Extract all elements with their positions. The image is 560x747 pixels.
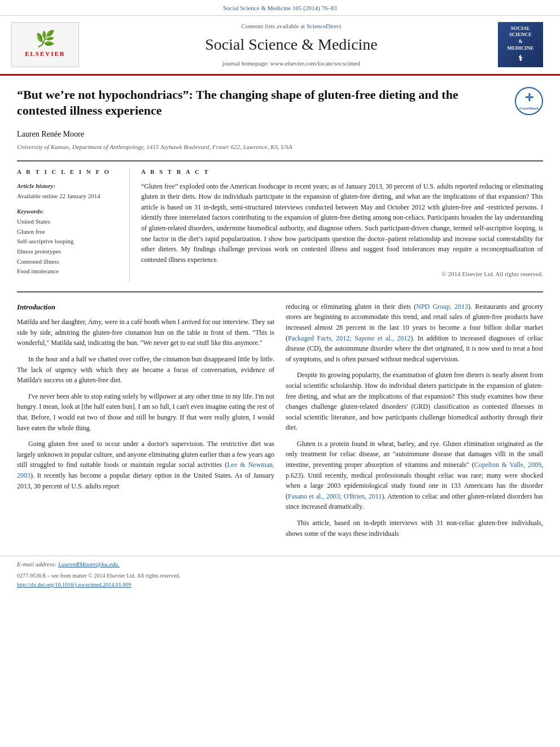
journal-ref-text: Social Science & Medicine 105 (2014) 76–… xyxy=(223,5,337,11)
abstract-column: A B S T R A C T “Gluten free” exploded o… xyxy=(141,167,543,282)
article-title: “But we’re not hypochondriacs”: The chan… xyxy=(17,87,506,119)
left-column: Introduction Matilda and her daughter, A… xyxy=(17,302,274,544)
right-logo-line3: & xyxy=(518,38,523,45)
journal-title: Social Science & Medicine xyxy=(90,33,492,56)
left-para-2: In the hour and a half we chatted over c… xyxy=(17,354,274,386)
ref-fasano[interactable]: Fasano et al., 2003; O'Brien, 2011 xyxy=(288,492,382,500)
keywords-list: United States Gluten free Self-ascriptiv… xyxy=(17,217,121,277)
doi-link[interactable]: http://dx.doi.org/10.1016/j.socscimed.20… xyxy=(17,582,131,588)
journal-header: 🌿 ELSEVIER Contents lists available at S… xyxy=(0,16,560,76)
keyword-4: Illness prototypes xyxy=(17,247,121,257)
crossmark-label: CrossMark xyxy=(519,106,539,112)
footer-doi: http://dx.doi.org/10.1016/j.socscimed.20… xyxy=(17,580,543,589)
ref-copelton[interactable]: Copelton & Valle, 2009 xyxy=(474,461,541,469)
section-divider xyxy=(17,291,543,292)
right-logo-line1: SOCIAL xyxy=(511,25,531,32)
copyright-line: © 2014 Elsevier Ltd. All rights reserved… xyxy=(141,269,543,279)
keyword-3: Self-ascriptive looping xyxy=(17,237,121,247)
right-column: reducing or eliminating gluten in their … xyxy=(286,302,543,544)
history-value: Available online 22 January 2014 xyxy=(17,191,121,201)
crossmark-cross-icon: ✛ xyxy=(525,90,533,106)
keyword-1: United States xyxy=(17,217,121,227)
footer-bottom: 0277-9536/$ – see front matter © 2014 El… xyxy=(17,571,543,580)
history-label: Article history: xyxy=(17,181,121,191)
ref-packaged-facts[interactable]: Packaged Facts, 2012; Sapone et al., 201… xyxy=(288,334,410,342)
article-info-abstract-row: A R T I C L E I N F O Article history: A… xyxy=(17,160,543,282)
right-logo-line4: MEDICINE xyxy=(507,45,533,52)
keyword-5: Contested illness xyxy=(17,257,121,267)
footer-issn: 0277-9536/$ – see front matter © 2014 El… xyxy=(17,571,180,580)
journal-homepage: journal homepage: www.elsevier.com/locat… xyxy=(90,59,492,68)
right-para-2: Despite its growing popularity, the exam… xyxy=(286,370,543,433)
author-affiliation: University of Kansas, Department of Anth… xyxy=(17,142,543,152)
right-para-3: Gluten is a protein found in wheat, barl… xyxy=(286,439,543,512)
elsevier-logo-box: 🌿 ELSEVIER xyxy=(11,22,79,67)
keywords-label: Keywords: xyxy=(17,207,121,216)
journal-logo-right: SOCIAL SCIENCE & MEDICINE ⚕ xyxy=(492,22,549,67)
sciencedirect-link[interactable]: ScienceDirect xyxy=(307,23,342,29)
right-para-4: This article, based on in-depth intervie… xyxy=(286,518,543,539)
contents-available-line: Contents lists available at ScienceDirec… xyxy=(90,21,492,31)
elsevier-tree-icon: 🌿 xyxy=(36,31,55,47)
ref-npd[interactable]: NPD Group, 2013 xyxy=(416,303,468,311)
left-para-4: Going gluten free used to occur under a … xyxy=(17,439,274,491)
elsevier-logo-left: 🌿 ELSEVIER xyxy=(11,22,90,67)
crossmark-badge: ✛ CrossMark xyxy=(515,87,543,115)
main-columns: Introduction Matilda and her daughter, A… xyxy=(17,302,543,544)
journal-center-info: Contents lists available at ScienceDirec… xyxy=(90,21,492,68)
contents-text: Contents lists available at xyxy=(241,23,305,29)
right-para-1: reducing or eliminating gluten in their … xyxy=(286,302,543,365)
right-logo-icon: ⚕ xyxy=(518,54,523,64)
keyword-6: Food intolerance xyxy=(17,267,121,277)
ref-lee-newman[interactable]: Lee & Newman, 2003 xyxy=(17,461,274,479)
email-link[interactable]: LaurenRMoore@ku.edu. xyxy=(58,561,120,567)
right-logo-line2: SCIENCE xyxy=(509,32,532,38)
article-info-column: A R T I C L E I N F O Article history: A… xyxy=(17,167,130,282)
footer-section: E-mail address: LaurenRMoore@ku.edu. 027… xyxy=(0,556,560,592)
article-history-group: Article history: Available online 22 Jan… xyxy=(17,181,121,201)
keyword-2: Gluten free xyxy=(17,227,121,237)
keywords-group: Keywords: United States Gluten free Self… xyxy=(17,207,121,277)
journal-reference-bar: Social Science & Medicine 105 (2014) 76–… xyxy=(0,0,560,16)
email-label-text: E-mail address: xyxy=(17,561,56,567)
article-title-section: “But we’re not hypochondriacs”: The chan… xyxy=(17,87,543,124)
elsevier-brand: ELSEVIER xyxy=(25,49,65,59)
left-para-1: Matilda and her daughter, Amy, were in a… xyxy=(17,317,274,348)
article-info-label: A R T I C L E I N F O xyxy=(17,167,121,177)
left-para-3: I've never been able to stop eating sole… xyxy=(17,391,274,433)
right-logo-box: SOCIAL SCIENCE & MEDICINE ⚕ xyxy=(498,22,543,67)
intro-heading: Introduction xyxy=(17,302,274,313)
abstract-text: “Gluten free” exploded onto the American… xyxy=(141,181,543,265)
abstract-label: A B S T R A C T xyxy=(141,167,543,177)
article-body: “But we’re not hypochondriacs”: The chan… xyxy=(0,76,560,556)
email-label-line: E-mail address: LaurenRMoore@ku.edu. xyxy=(17,560,543,569)
author-name: Lauren Renée Moore xyxy=(17,128,543,140)
